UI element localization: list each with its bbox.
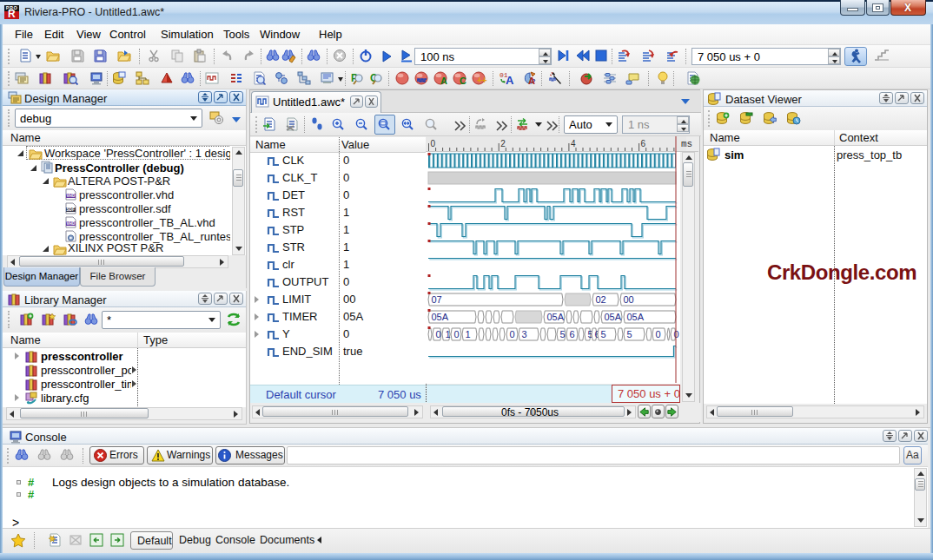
svg-text:SDF: SDF bbox=[67, 208, 75, 212]
svg-text:5: 5 bbox=[601, 329, 606, 339]
svg-text:05A: 05A bbox=[432, 312, 449, 322]
svg-text:0: 0 bbox=[431, 139, 436, 148]
svg-text:1: 1 bbox=[446, 329, 451, 339]
svg-text:0: 0 bbox=[656, 329, 661, 339]
svg-text:ms: ms bbox=[681, 139, 692, 149]
svg-text:1: 1 bbox=[466, 329, 471, 339]
svg-text:++: ++ bbox=[477, 76, 487, 85]
svg-text:2: 2 bbox=[500, 139, 506, 148]
svg-text:05A: 05A bbox=[547, 312, 565, 322]
svg-text:6: 6 bbox=[641, 139, 646, 148]
svg-text:VHD: VHD bbox=[67, 194, 76, 198]
svg-text:6: 6 bbox=[570, 329, 575, 339]
svg-text:VHD: VHD bbox=[67, 221, 76, 226]
svg-text:A: A bbox=[528, 76, 535, 86]
svg-text:5: 5 bbox=[627, 329, 632, 339]
svg-text:A: A bbox=[440, 76, 447, 86]
svg-text:02: 02 bbox=[596, 294, 606, 305]
svg-text:05A: 05A bbox=[627, 312, 645, 322]
svg-text:0: 0 bbox=[510, 329, 515, 339]
svg-text:C: C bbox=[460, 76, 467, 86]
svg-text:4: 4 bbox=[571, 139, 576, 148]
svg-text:A: A bbox=[506, 74, 514, 87]
svg-text:0: 0 bbox=[436, 329, 441, 339]
svg-text:5: 5 bbox=[560, 329, 566, 339]
svg-text:3: 3 bbox=[522, 329, 527, 339]
svg-text:0: 0 bbox=[674, 329, 679, 339]
svg-text:07: 07 bbox=[432, 294, 442, 305]
svg-text:05A: 05A bbox=[605, 312, 622, 322]
svg-text:00: 00 bbox=[624, 294, 634, 305]
svg-text:0: 0 bbox=[454, 329, 460, 339]
